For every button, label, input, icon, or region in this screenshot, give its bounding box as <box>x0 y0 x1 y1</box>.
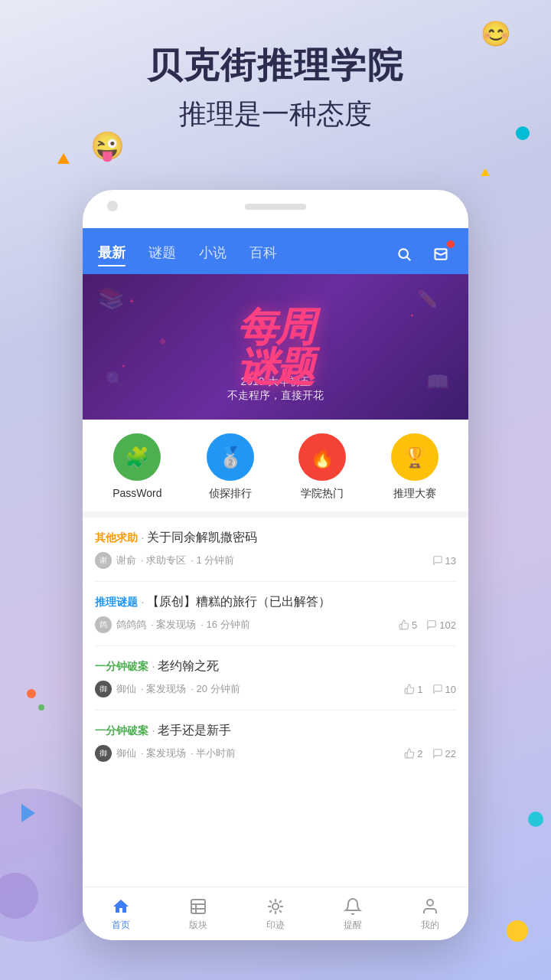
notification-button[interactable] <box>429 242 453 266</box>
post-item-2[interactable]: 推理谜题 · 【原创】糟糕的旅行（已出解答） 鸽 鸽鸽鸽 · 案发现场 · 16… <box>95 582 456 646</box>
avatar-1: 谢 <box>95 552 112 569</box>
svg-point-7 <box>272 903 279 910</box>
post-title-3: 老约翰之死 <box>158 659 219 672</box>
author-3: 御仙 <box>116 682 136 696</box>
comment-count-4: 22 <box>432 748 456 760</box>
like-count-2: 5 <box>399 619 417 631</box>
profile-icon <box>420 897 440 916</box>
svg-line-15 <box>269 910 272 912</box>
like-count-4: 2 <box>404 748 422 760</box>
purple-circle <box>0 873 38 919</box>
yellow-triangle <box>481 168 490 176</box>
bottom-nav-trace[interactable]: 印迹 <box>237 897 315 932</box>
post-meta-left-3: 御 御仙 · 案发现场 · 20 分钟前 <box>95 681 240 697</box>
quick-links-section: 🧩 PassWord 🥈 侦探排行 🔥 学院热门 🏆 推理大赛 <box>83 420 468 511</box>
svg-line-13 <box>279 910 282 912</box>
notification-badge <box>447 240 455 248</box>
bottom-nav-home[interactable]: 首页 <box>83 897 160 932</box>
time-2: · 16 分钟前 <box>201 618 249 632</box>
tab-novel[interactable]: 小说 <box>199 243 227 266</box>
password-icon: 🧩 <box>113 433 161 481</box>
post-item-4[interactable]: 一分钟破案 · 老手还是新手 御 御仙 · 案发现场 · 半小时前 <box>95 710 456 774</box>
banner-slide-1: 📚 ✏️ 🔍 📖 ✦ ✦ ✦ ◆ 每周谜题 2019 大年初五 不走程序，直接开… <box>83 274 468 420</box>
zone-3: · 案发现场 <box>141 682 186 696</box>
post-meta-right-1: 13 <box>432 555 456 567</box>
profile-label: 我的 <box>421 919 439 932</box>
trace-icon <box>266 897 285 916</box>
banner-carousel[interactable]: 📚 ✏️ 🔍 📖 ✦ ✦ ✦ ◆ 每周谜题 2019 大年初五 不走程序，直接开… <box>83 274 468 420</box>
tab-encyclopedia[interactable]: 百科 <box>249 243 277 266</box>
quicklink-contest[interactable]: 🏆 推理大赛 <box>391 433 439 501</box>
hot-icon: 🔥 <box>298 433 346 481</box>
top-navigation: 最新 谜题 小说 百科 <box>83 228 468 274</box>
password-label: PassWord <box>112 487 161 499</box>
phone-camera <box>107 201 118 211</box>
bottom-nav-board[interactable]: 版块 <box>160 897 237 932</box>
time-3: · 20 分钟前 <box>191 682 240 696</box>
post-category-3: 一分钟破案 <box>95 660 148 672</box>
post-meta-left-4: 御 御仙 · 案发现场 · 半小时前 <box>95 745 236 762</box>
section-divider <box>83 511 468 518</box>
comment-count-2: 102 <box>426 619 456 631</box>
svg-point-16 <box>427 900 433 906</box>
time-4: · 半小时前 <box>191 746 236 760</box>
yellow-circle <box>507 920 528 942</box>
post-meta-3: 御 御仙 · 案发现场 · 20 分钟前 1 <box>95 681 456 697</box>
contest-icon: 🏆 <box>391 433 439 481</box>
author-2: 鸽鸽鸽 <box>116 618 146 632</box>
quicklink-detective-rank[interactable]: 🥈 侦探排行 <box>207 433 254 501</box>
detective-rank-icon: 🥈 <box>207 433 254 481</box>
post-title-1: 关于同余解凯撒密码 <box>147 531 257 544</box>
comment-count-3: 10 <box>432 684 456 695</box>
trace-label: 印迹 <box>266 919 285 932</box>
blue-triangle <box>21 804 35 822</box>
app-title: 贝克街推理学院 <box>0 42 551 90</box>
search-button[interactable] <box>392 242 416 266</box>
app-subtitle: 推理是一种态度 <box>0 96 551 133</box>
post-item-1[interactable]: 其他求助 · 关于同余解凯撒密码 谢 谢俞 · 求助专区 · 1 分钟前 <box>95 518 456 582</box>
author-4: 御仙 <box>116 746 136 760</box>
bottom-navigation: 首页 版块 <box>83 887 468 940</box>
avatar-3: 御 <box>95 681 112 697</box>
tab-riddle[interactable]: 谜题 <box>148 243 176 266</box>
orange-triangle <box>57 153 70 164</box>
bell-icon <box>343 897 363 916</box>
quicklink-hot[interactable]: 🔥 学院热门 <box>298 433 346 501</box>
post-item-3[interactable]: 一分钟破案 · 老约翰之死 御 御仙 · 案发现场 · 20 分钟前 <box>95 646 456 710</box>
post-list: 其他求助 · 关于同余解凯撒密码 谢 谢俞 · 求助专区 · 1 分钟前 <box>83 518 468 774</box>
post-meta-left-2: 鸽 鸽鸽鸽 · 案发现场 · 16 分钟前 <box>95 616 250 633</box>
post-meta-right-4: 2 22 <box>404 748 456 760</box>
post-meta-left-1: 谢 谢俞 · 求助专区 · 1 分钟前 <box>95 552 234 569</box>
nav-tabs: 最新 谜题 小说 百科 <box>98 243 392 266</box>
post-title-2: 【原创】糟糕的旅行（已出解答） <box>147 595 331 608</box>
avatar-4: 御 <box>95 745 112 762</box>
bottom-nav-notify[interactable]: 提醒 <box>314 897 391 932</box>
svg-rect-3 <box>191 900 205 913</box>
bottom-nav-profile[interactable]: 我的 <box>391 897 468 932</box>
zone-4: · 案发现场 <box>141 746 186 760</box>
zone-1: · 求助专区 <box>141 554 186 567</box>
tab-latest[interactable]: 最新 <box>98 243 126 266</box>
post-meta-right-2: 5 102 <box>399 619 456 631</box>
svg-line-12 <box>269 900 272 903</box>
board-label: 版块 <box>189 919 207 932</box>
board-icon <box>188 897 208 916</box>
nav-icon-group <box>392 242 453 266</box>
banner-title: 每周谜题 <box>237 307 314 387</box>
quicklink-password[interactable]: 🧩 PassWord <box>112 433 161 501</box>
like-count-3: 1 <box>404 684 422 695</box>
post-category-4: 一分钟破案 <box>95 724 148 737</box>
post-title-4: 老手还是新手 <box>158 724 231 737</box>
svg-line-14 <box>279 900 282 903</box>
phone-mockup: 最新 谜题 小说 百科 <box>83 190 468 940</box>
svg-line-1 <box>407 257 411 261</box>
author-1: 谢俞 <box>116 554 136 567</box>
post-meta-1: 谢 谢俞 · 求助专区 · 1 分钟前 13 <box>95 552 456 569</box>
post-category-1: 其他求助 <box>95 531 138 544</box>
header-section: 贝克街推理学院 推理是一种态度 <box>0 42 551 133</box>
hot-label: 学院热门 <box>301 487 344 501</box>
app-content: 最新 谜题 小说 百科 <box>83 228 468 940</box>
green-dot <box>38 704 44 710</box>
comment-count-1: 13 <box>432 555 456 567</box>
smiley-emoji-left: 😜 <box>90 130 125 162</box>
